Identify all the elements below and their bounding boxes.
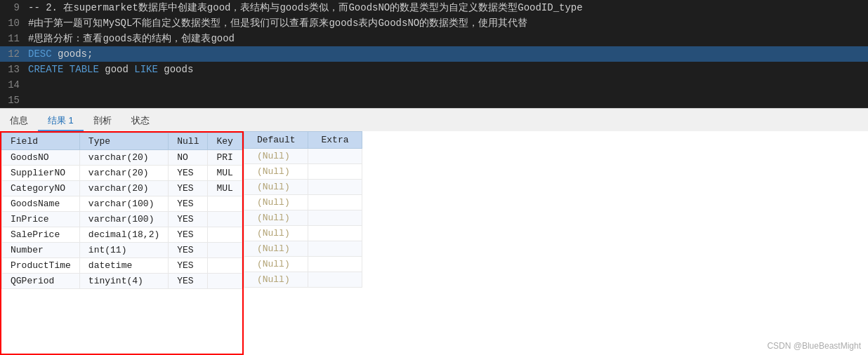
table-cell: QGPeriod — [2, 274, 80, 289]
table-cell: varchar(20) — [79, 181, 168, 196]
table-cell — [308, 195, 362, 210]
table-cell: (Null) — [244, 149, 308, 164]
code-line-14: 14 — [0, 77, 868, 93]
line-number: 9 — [0, 0, 25, 15]
table-cell: YES — [169, 196, 208, 212]
table-cell: YES — [169, 227, 208, 243]
table-row: ProductTimedatetimeYES — [2, 258, 242, 274]
table-cell: GoodsNO — [2, 150, 80, 166]
table-cell: (Null) — [244, 226, 308, 241]
table-cell — [308, 164, 362, 180]
code-line-9: 9-- 2. 在supermarket数据库中创建表good，表结构与goods… — [0, 0, 868, 15]
table-row: GoodsNamevarchar(100)YES — [2, 196, 242, 212]
results-table-container: FieldTypeNullKeyGoodsNOvarchar(20)NOPRIS… — [0, 131, 244, 355]
table-cell: MUL — [208, 166, 242, 181]
table-cell: (Null) — [244, 210, 308, 226]
table-row: (Null) — [244, 241, 362, 257]
line-content: #思路分析：查看goods表的结构，创建表good — [25, 31, 235, 46]
extra-cols-container: DefaultExtra(Null)(Null)(Null)(Null)(Nul… — [244, 131, 362, 355]
code-line-11: 11#思路分析：查看goods表的结构，创建表good — [0, 31, 868, 46]
table-cell: varchar(100) — [79, 212, 168, 227]
table-row: (Null) — [244, 226, 362, 241]
col-header-key: Key — [208, 133, 242, 150]
code-line-10: 10#由于第一题可知MySQL不能自定义数据类型，但是我们可以查看原来goods… — [0, 15, 868, 31]
table-cell: YES — [169, 243, 208, 258]
col-header-type: Type — [79, 133, 168, 150]
table-cell — [208, 212, 242, 227]
table-cell: YES — [169, 212, 208, 227]
line-number: 14 — [0, 77, 25, 93]
col-header-null: Null — [169, 133, 208, 150]
table-row: (Null) — [244, 195, 362, 210]
line-content: #由于第一题可知MySQL不能自定义数据类型，但是我们可以查看原来goods表内… — [25, 15, 527, 31]
table-cell — [308, 272, 362, 288]
table-cell: datetime — [79, 258, 168, 274]
table-cell: YES — [169, 274, 208, 289]
table-row: (Null) — [244, 210, 362, 226]
table-cell — [208, 258, 242, 274]
table-cell: (Null) — [244, 257, 308, 272]
code-line-15: 15 — [0, 93, 868, 108]
line-number: 11 — [0, 31, 25, 46]
line-number: 15 — [0, 93, 25, 108]
line-number: 13 — [0, 62, 25, 77]
line-content: DESC goods; — [25, 46, 93, 62]
col-header-field: Field — [2, 133, 80, 150]
results-table: FieldTypeNullKeyGoodsNOvarchar(20)NOPRIS… — [1, 133, 242, 289]
code-line-13: 13CREATE TABLE good LIKE goods — [0, 62, 868, 77]
table-cell: decimal(18,2) — [79, 227, 168, 243]
col-header-default: Default — [244, 132, 308, 149]
table-row: Numberint(11)YES — [2, 243, 242, 258]
table-cell: SalePrice — [2, 227, 80, 243]
table-cell: CategoryNO — [2, 181, 80, 196]
table-row: SalePricedecimal(18,2)YES — [2, 227, 242, 243]
line-content — [25, 93, 34, 108]
table-cell — [308, 257, 362, 272]
table-row: (Null) — [244, 257, 362, 272]
table-cell — [208, 243, 242, 258]
table-cell: ProductTime — [2, 258, 80, 274]
table-cell: varchar(20) — [79, 150, 168, 166]
table-row: (Null) — [244, 149, 362, 164]
col-header-extra: Extra — [308, 132, 362, 149]
table-cell — [308, 180, 362, 195]
table-cell: YES — [169, 258, 208, 274]
table-row: (Null) — [244, 180, 362, 195]
extra-cols-table: DefaultExtra(Null)(Null)(Null)(Null)(Nul… — [244, 131, 362, 288]
table-cell — [208, 196, 242, 212]
table-cell: PRI — [208, 150, 242, 166]
tab-状态[interactable]: 状态 — [121, 112, 159, 131]
tabs-bar: 信息结果 1剖析状态 — [0, 108, 868, 131]
tab-信息[interactable]: 信息 — [0, 112, 38, 131]
table-row: QGPeriodtinyint(4)YES — [2, 274, 242, 289]
code-line-12: 12DESC goods; — [0, 46, 868, 62]
code-editor[interactable]: 9-- 2. 在supermarket数据库中创建表good，表结构与goods… — [0, 0, 868, 108]
table-cell: (Null) — [244, 195, 308, 210]
table-cell: SupplierNO — [2, 166, 80, 181]
table-cell — [208, 274, 242, 289]
table-cell: MUL — [208, 181, 242, 196]
table-cell — [308, 149, 362, 164]
line-number: 10 — [0, 15, 25, 31]
tab-结果_1[interactable]: 结果 1 — [38, 112, 84, 131]
results-wrapper: FieldTypeNullKeyGoodsNOvarchar(20)NOPRIS… — [0, 131, 868, 355]
table-cell: GoodsName — [2, 196, 80, 212]
table-cell: NO — [169, 150, 208, 166]
line-content — [25, 77, 34, 93]
table-row: GoodsNOvarchar(20)NOPRI — [2, 150, 242, 166]
table-cell: (Null) — [244, 272, 308, 288]
table-cell: Number — [2, 243, 80, 258]
watermark: CSDN @BlueBeastMight — [767, 341, 861, 351]
table-cell: (Null) — [244, 164, 308, 180]
table-row: SupplierNOvarchar(20)YESMUL — [2, 166, 242, 181]
table-cell: YES — [169, 166, 208, 181]
table-cell: varchar(100) — [79, 196, 168, 212]
table-row: (Null) — [244, 164, 362, 180]
table-cell: varchar(20) — [79, 166, 168, 181]
table-cell: InPrice — [2, 212, 80, 227]
tab-剖析[interactable]: 剖析 — [84, 112, 121, 131]
line-content: -- 2. 在supermarket数据库中创建表good，表结构与goods类… — [25, 0, 583, 15]
line-content: CREATE TABLE good LIKE goods — [25, 62, 193, 77]
table-cell: (Null) — [244, 180, 308, 195]
table-row: CategoryNOvarchar(20)YESMUL — [2, 181, 242, 196]
